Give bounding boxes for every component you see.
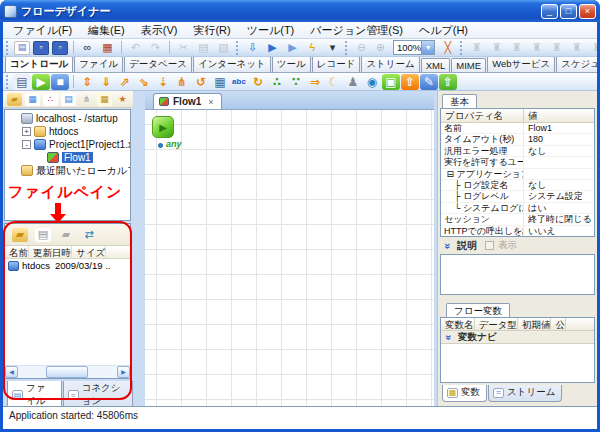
call-control-icon[interactable]: ⇣ [154,74,172,90]
file-list-row[interactable]: htdocs 2009/03/19 ... [5,259,130,272]
pane-tab[interactable]: ▦ 変数 [442,385,487,402]
chevron-icon[interactable]: » [443,332,454,343]
zoom-dropdown-arrow-icon[interactable]: ▾ [421,41,434,54]
refresh-icon[interactable]: ⇄ [81,228,97,242]
start-node[interactable]: ▶ [152,116,174,138]
tree-expander[interactable]: - [22,140,31,149]
description-show-checkbox[interactable] [485,241,494,250]
property-value[interactable]: なし [524,146,594,156]
property-name-column[interactable]: プロパティ名 [441,109,524,122]
flow-canvas[interactable]: ▶ any [145,110,434,406]
open-folder-icon[interactable]: ▰ [12,228,28,242]
flowchart-control-icon[interactable]: ∴ [268,74,286,90]
run-menu-arrow-icon[interactable]: ▾ [323,39,342,56]
quick-run-icon[interactable]: ϟ [303,39,322,56]
scroll-left-icon[interactable]: ◀ [5,366,18,378]
fit-to-window-icon[interactable]: ╳ [438,39,457,56]
media-control-icon[interactable]: ▣ [382,74,400,90]
loop-control-icon[interactable]: ↺ [192,74,210,90]
file-list-column-header[interactable]: 名前 [5,246,29,258]
run-icon[interactable]: ▶ [263,39,282,56]
category-tab[interactable]: ツール [272,57,311,72]
export-control-icon[interactable]: ⇧ [439,74,457,90]
menu-item[interactable]: ヘルプ(H) [411,22,476,39]
variables-column-header[interactable]: 変数名 [441,318,475,330]
property-value[interactable]: 終了時に閉じる [524,214,594,224]
property-value[interactable] [524,169,594,179]
merge-control-icon[interactable]: ⋔ [173,74,191,90]
scrollbar-thumb[interactable] [46,366,88,378]
subflow-control-icon[interactable]: ∵ [287,74,305,90]
menu-item[interactable]: 実行(R) [185,22,238,39]
run-config-icon[interactable]: ▶ [283,39,302,56]
property-value[interactable]: システム設定 [524,191,594,201]
flow-list-icon[interactable]: ▦ [98,39,117,56]
chevron-icon[interactable]: » [442,240,454,251]
scroll-right-icon[interactable]: ▶ [117,366,130,378]
property-value[interactable]: なし [524,180,594,190]
file-list-column-header[interactable]: 更新日時 [29,246,72,258]
preview-pane-icon[interactable]: ▤ [61,93,76,106]
branch-control-icon[interactable]: ⇕ [78,74,96,90]
form-control-icon[interactable]: ▤ [13,74,31,90]
undo-icon[interactable]: ↶ [126,39,145,56]
category-tab[interactable]: Webサービス [487,57,555,72]
category-tab[interactable]: コントロール [5,57,73,73]
transfer-control-icon[interactable]: ⇒ [306,74,324,90]
convert-control-icon[interactable]: ↻ [249,74,267,90]
variables-column-header[interactable]: 初期値 [518,318,552,330]
deploy-icon[interactable]: ♜ [547,39,566,56]
close-button[interactable]: × [579,4,596,19]
save-as-icon[interactable]: ▫ [52,41,68,55]
menu-item[interactable]: バージョン管理(S) [302,22,411,39]
category-tab[interactable]: MIME [451,58,486,72]
web-control-icon[interactable]: ◉ [363,74,381,90]
pane-tab[interactable]: ≈ ストリーム [488,385,562,402]
table-control-icon[interactable]: ▦ [211,74,229,90]
node-port-dot[interactable] [158,143,163,148]
new-flow-icon[interactable]: ▤ [14,41,30,55]
zoom-out-icon[interactable]: ⊖ [352,39,371,56]
structure-pane-icon[interactable]: ∴ [43,93,58,106]
variables-column-header[interactable]: データ型 [475,318,518,330]
property-value-column[interactable]: 値 [524,109,594,122]
variables-column-header[interactable]: 公 [551,318,566,330]
zoom-in-icon[interactable]: ⊕ [371,39,390,56]
tree-item[interactable]: - Project1[Project1.xfp] [5,138,130,151]
cleanup-icon[interactable]: ★ [115,93,130,106]
title-bar[interactable]: フローデザイナー _ □ × [0,0,600,22]
category-tab[interactable]: スケジュール [556,57,597,72]
share-icon[interactable]: ⋔ [79,93,94,106]
sleep-control-icon[interactable]: ☾ [325,74,343,90]
menu-item[interactable]: 編集(E) [80,22,133,39]
menu-item[interactable]: ファイル(F) [5,22,80,39]
palette-icon[interactable]: ▦ [97,93,112,106]
menu-item[interactable]: ツール(T) [239,22,303,39]
description-box[interactable] [440,254,595,295]
category-tab[interactable]: ファイル [74,57,123,72]
paste-icon[interactable]: ▧ [214,39,233,56]
property-value[interactable] [524,157,594,167]
abc-control-icon[interactable]: abc [230,74,248,90]
property-value[interactable]: いいえ [524,226,594,236]
deploy-icon[interactable]: ♜ [587,39,597,56]
open-folder-icon[interactable]: ▰ [7,93,22,106]
deploy-icon[interactable]: ♜ [507,39,526,56]
tree-expander[interactable]: + [22,127,31,136]
tab-close-icon[interactable]: × [208,97,213,107]
category-tab[interactable]: レコード [312,57,361,72]
robot-control-icon[interactable]: ♟ [344,74,362,90]
upload-file-icon[interactable]: ▰ [58,228,74,242]
tree-item[interactable]: + htdocs [5,125,130,138]
menu-item[interactable]: 表示(V) [133,22,186,39]
new-file-icon[interactable]: ▤ [35,228,51,242]
flow-tab[interactable]: Flow1 × [153,93,222,109]
deploy-icon[interactable]: ♜ [567,39,586,56]
pane-tab[interactable]: ▤ ファイル [7,381,62,406]
upload-control-icon[interactable]: ⇧ [401,74,419,90]
deploy-icon[interactable]: ♜ [467,39,486,56]
deploy-icon[interactable]: ♜ [527,39,546,56]
tree-item[interactable]: Flow1 [5,151,130,164]
category-tab[interactable]: データベース [124,57,192,72]
scrollbar-track[interactable] [88,366,117,378]
